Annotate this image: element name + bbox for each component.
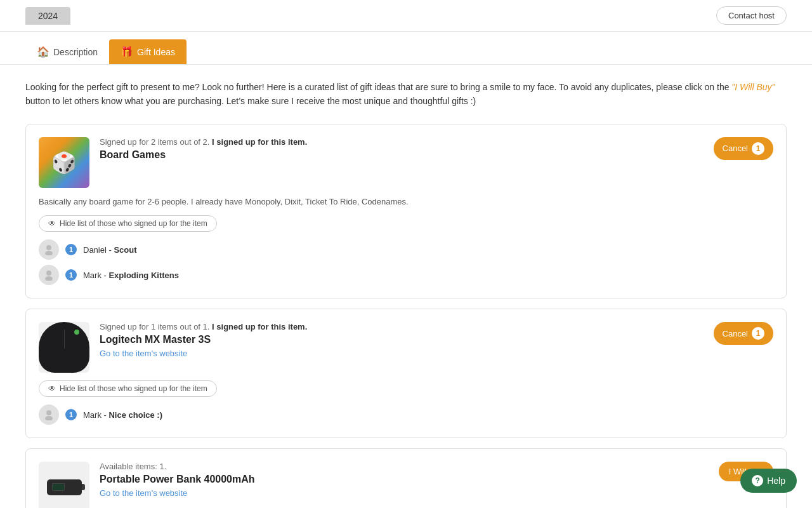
intro-text-part2: button to let others know what you are p…	[25, 96, 476, 106]
cancel-badge: 1	[752, 142, 764, 155]
tab-gift-ideas-label: Gift Ideas	[137, 47, 175, 57]
gift-card-header: Available items: 1. Portable Power Bank …	[39, 462, 773, 508]
gift-card-left: Signed up for 2 items out of 2. I signed…	[39, 137, 714, 188]
powerbank-inner	[47, 479, 82, 495]
gift-card-header: Signed up for 2 items out of 2. I signed…	[39, 137, 773, 188]
tab-description-label: Description	[53, 47, 98, 57]
year-tab: 2024	[25, 7, 70, 25]
svg-point-1	[45, 251, 53, 255]
gift-signed-up-label: I signed up for this item.	[212, 322, 307, 331]
hide-list-label: Hide list of those who signed up for the…	[60, 219, 207, 228]
gift-status-board-games: Signed up for 2 items out of 2. I signed…	[100, 137, 714, 147]
gift-icon: 🎁	[121, 46, 133, 58]
gift-image-mouse	[39, 322, 89, 373]
signee-item: 1 Mark - Nice choice :)	[39, 404, 773, 425]
signee-badge: 1	[65, 269, 77, 281]
gift-status-text: Available items: 1.	[100, 462, 166, 471]
svg-point-4	[46, 410, 51, 415]
gift-status-text: Signed up for 1 items out of 1.	[100, 322, 209, 331]
gift-signed-up-label: I signed up for this item.	[212, 137, 307, 147]
eye-icon: 👁	[48, 384, 56, 393]
hide-list-button-board-games[interactable]: 👁 Hide list of those who signed up for t…	[39, 215, 217, 232]
gift-card-left: Signed up for 1 items out of 1. I signed…	[39, 322, 714, 373]
gift-link-powerbank[interactable]: Go to the item's website	[100, 488, 187, 498]
signee-name: Daniel - Scout	[83, 245, 137, 255]
svg-point-0	[46, 245, 51, 250]
signee-name: Mark - Nice choice :)	[83, 410, 162, 420]
gift-name-board-games: Board Games	[100, 149, 714, 161]
intro-text: Looking for the perfect gift to present …	[25, 80, 787, 109]
board-games-image-visual	[39, 137, 89, 188]
gift-name-logitech: Logitech MX Master 3S	[100, 334, 714, 345]
signees-list-logitech: 1 Mark - Nice choice :)	[39, 404, 773, 425]
help-button[interactable]: ? Help	[740, 469, 797, 493]
gift-description-board-games: Basically any board game for 2-6 people.…	[39, 196, 773, 208]
gift-card-powerbank: Available items: 1. Portable Power Bank …	[25, 448, 787, 508]
powerbank-screen	[52, 483, 65, 491]
tab-gift-ideas[interactable]: 🎁 Gift Ideas	[109, 39, 187, 64]
gift-card-board-games: Signed up for 2 items out of 2. I signed…	[25, 124, 787, 299]
help-label: Help	[767, 476, 785, 486]
gift-card-logitech: Signed up for 1 items out of 1. I signed…	[25, 309, 787, 438]
intro-text-part1: Looking for the perfect gift to present …	[25, 82, 731, 92]
signee-item: 1 Mark - Exploding Kittens	[39, 265, 773, 285]
gift-image-powerbank	[39, 462, 89, 508]
cancel-button-board-games[interactable]: Cancel 1	[714, 137, 773, 160]
nav-tabs: 🏠 Description 🎁 Gift Ideas	[0, 32, 812, 65]
signee-avatar	[39, 265, 59, 285]
signee-item: 1 Daniel - Scout	[39, 239, 773, 260]
gift-name-powerbank: Portable Power Bank 40000mAh	[100, 474, 719, 485]
cancel-label: Cancel	[723, 329, 748, 338]
contact-host-button[interactable]: Contact host	[716, 6, 787, 25]
cancel-badge: 1	[752, 327, 764, 340]
gift-info-powerbank: Available items: 1. Portable Power Bank …	[100, 462, 719, 498]
svg-point-2	[46, 271, 51, 276]
signee-badge: 1	[65, 409, 77, 420]
tab-description[interactable]: 🏠 Description	[25, 39, 109, 64]
mouse-image-visual	[39, 322, 89, 373]
hide-list-button-logitech[interactable]: 👁 Hide list of those who signed up for t…	[39, 380, 217, 397]
cancel-label: Cancel	[723, 144, 748, 153]
home-icon: 🏠	[37, 46, 49, 58]
svg-point-3	[45, 276, 53, 281]
signee-name: Mark - Exploding Kittens	[83, 271, 179, 280]
svg-point-5	[45, 416, 53, 420]
top-bar: 2024 Contact host	[0, 0, 812, 32]
signee-badge: 1	[65, 244, 77, 255]
main-content: Looking for the perfect gift to present …	[0, 65, 812, 508]
signees-list-board-games: 1 Daniel - Scout 1 Mark - Exploding Kitt…	[39, 239, 773, 285]
gift-link-logitech[interactable]: Go to the item's website	[100, 349, 187, 358]
gift-status-text: Signed up for 2 items out of 2.	[100, 137, 209, 147]
eye-icon: 👁	[48, 219, 56, 228]
hide-list-label: Hide list of those who signed up for the…	[60, 384, 207, 393]
gift-card-header: Signed up for 1 items out of 1. I signed…	[39, 322, 773, 373]
intro-highlight: "I Will Buy"	[731, 82, 775, 92]
gift-status-powerbank: Available items: 1.	[100, 462, 719, 471]
gift-info-board-games: Signed up for 2 items out of 2. I signed…	[100, 137, 714, 163]
help-icon: ?	[752, 475, 763, 486]
powerbank-image-visual	[39, 462, 89, 508]
signee-avatar	[39, 404, 59, 425]
gift-card-left: Available items: 1. Portable Power Bank …	[39, 462, 719, 508]
gift-image-board-games	[39, 137, 89, 188]
gift-status-logitech: Signed up for 1 items out of 1. I signed…	[100, 322, 714, 331]
gift-info-logitech: Signed up for 1 items out of 1. I signed…	[100, 322, 714, 358]
signee-avatar	[39, 239, 59, 260]
cancel-button-logitech[interactable]: Cancel 1	[714, 322, 773, 345]
